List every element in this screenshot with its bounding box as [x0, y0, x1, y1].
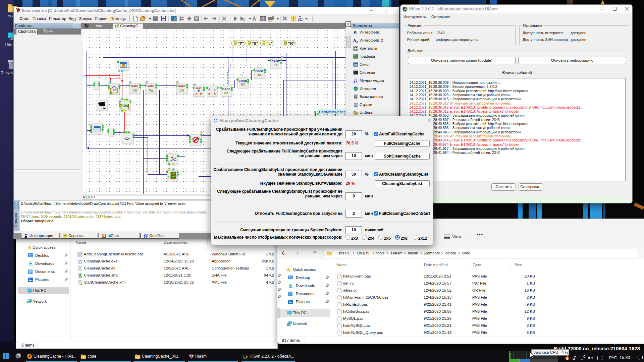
svg-text:→: →: [211, 88, 214, 91]
svg-text:A: A: [353, 38, 356, 43]
svg-text:EX: EX: [241, 83, 245, 86]
svg-text:EX: EX: [224, 91, 228, 95]
svg-text:CASE: CASE: [222, 87, 230, 91]
svg-text:0: 0: [356, 41, 358, 43]
svg-text:A: A: [214, 92, 216, 95]
svg-text:<>: <>: [124, 136, 130, 141]
svg-text:[: [: [110, 87, 112, 93]
svg-text:"L": "L": [267, 42, 273, 46]
svg-text:##: ##: [132, 88, 138, 93]
svg-text:EX: EX: [258, 73, 262, 76]
svg-text:"F": "F": [238, 42, 244, 46]
svg-text:##: ##: [179, 88, 184, 93]
svg-text:0101: 0101: [268, 20, 272, 22]
svg-text:?: ?: [292, 17, 294, 20]
svg-text:PART: PART: [196, 87, 201, 89]
svg-text:]: ]: [116, 87, 118, 93]
svg-text:CASE: CASE: [238, 79, 247, 82]
svg-text:HardwareReserv: HardwareReserv: [319, 110, 345, 114]
svg-text:o: o: [262, 17, 264, 20]
svg-text:"S": "S": [252, 42, 258, 46]
svg-text:##: ##: [149, 88, 154, 93]
svg-text:CASE: CASE: [255, 69, 264, 73]
svg-text:iC: iC: [298, 17, 303, 22]
svg-text:EX: EX: [274, 63, 278, 67]
svg-text:MASK: MASK: [178, 85, 185, 87]
svg-text:b: b: [200, 92, 202, 96]
svg-text:"H": "H": [288, 42, 294, 46]
svg-text:→: →: [211, 92, 214, 95]
svg-text:MASK: MASK: [131, 85, 139, 87]
svg-text:RW: RW: [122, 104, 129, 108]
svg-text:CASE: CASE: [271, 60, 280, 63]
svg-text:A: A: [354, 30, 357, 35]
svg-text:a: a: [196, 92, 198, 96]
svg-text:MASK: MASK: [148, 85, 155, 87]
svg-text:?: ?: [64, 234, 66, 238]
svg-text:sha: sha: [79, 276, 82, 278]
svg-text:A: A: [208, 88, 211, 91]
